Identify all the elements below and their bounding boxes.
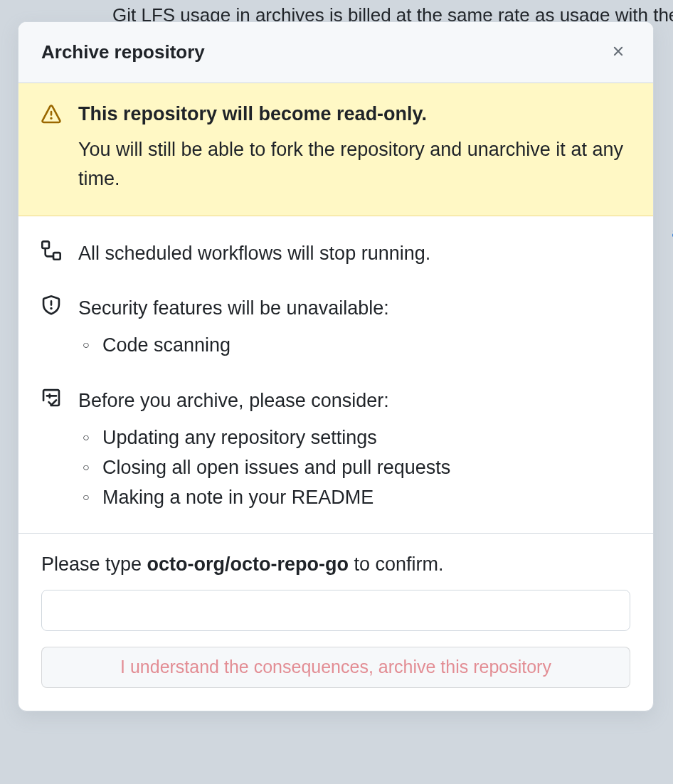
archive-repository-modal: Archive repository This repository will … <box>18 21 654 711</box>
checklist-icon <box>41 386 61 410</box>
modal-header: Archive repository <box>18 22 653 83</box>
close-icon <box>610 43 626 61</box>
modal-title: Archive repository <box>41 41 205 63</box>
alert-icon <box>41 103 61 127</box>
info-section: All scheduled workflows will stop runnin… <box>18 216 653 534</box>
list-item: Updating any repository settings <box>78 423 630 453</box>
archive-confirm-button[interactable]: I understand the consequences, archive t… <box>41 647 630 688</box>
security-heading: Security features will be unavailable: <box>78 294 630 323</box>
warning-banner: This repository will become read-only. Y… <box>18 83 653 216</box>
shield-icon <box>41 294 61 318</box>
consider-heading: Before you archive, please consider: <box>78 386 630 415</box>
list-item: Closing all open issues and pull request… <box>78 453 630 483</box>
security-row: Security features will be unavailable: C… <box>41 294 630 361</box>
workflow-icon <box>41 239 61 263</box>
confirm-prompt: Please type octo-org/octo-repo-go to con… <box>41 553 630 576</box>
warning-subtext: You will still be able to fork the repos… <box>78 135 630 193</box>
close-button[interactable] <box>606 39 630 65</box>
consider-row: Before you archive, please consider: Upd… <box>41 386 630 513</box>
list-item: Making a note in your README <box>78 483 630 513</box>
confirm-section: Please type octo-org/octo-repo-go to con… <box>18 534 653 711</box>
warning-heading: This repository will become read-only. <box>78 103 630 125</box>
confirm-input[interactable] <box>41 590 630 631</box>
workflows-text: All scheduled workflows will stop runnin… <box>78 239 630 268</box>
workflows-row: All scheduled workflows will stop runnin… <box>41 239 630 268</box>
repo-name: octo-org/octo-repo-go <box>147 553 349 575</box>
list-item: Code scanning <box>78 331 630 361</box>
